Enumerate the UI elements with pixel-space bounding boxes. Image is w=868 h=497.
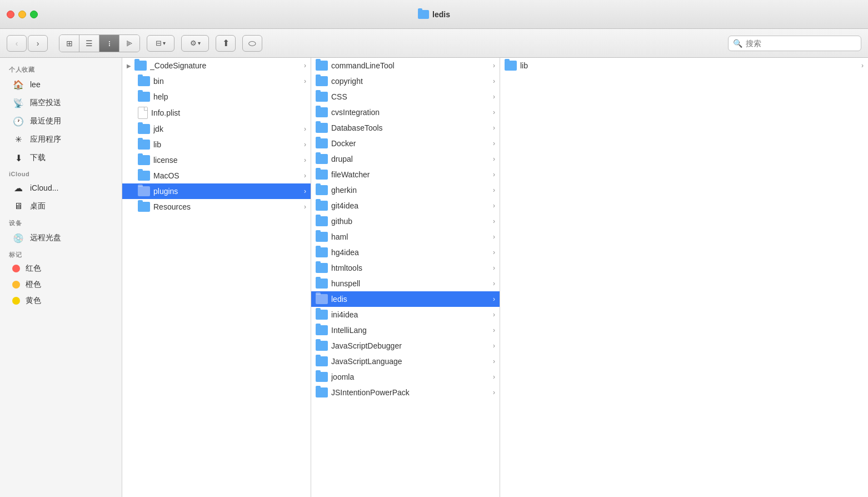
sidebar-item-remote-disk[interactable]: 💿 远程光盘	[3, 229, 118, 247]
sidebar-item-airdrop[interactable]: 📡 隔空投送	[3, 94, 118, 112]
tag-icon: ⬭	[248, 38, 256, 48]
list-item[interactable]: gherkin ›	[311, 182, 500, 198]
sidebar-item-orange[interactable]: 橙色	[3, 277, 118, 292]
list-item[interactable]: CSS ›	[311, 89, 500, 105]
list-item[interactable]: lib ›	[500, 58, 868, 73]
downloads-icon: ⬇	[12, 152, 24, 164]
sidebar-item-applications[interactable]: ✳ 应用程序	[3, 131, 118, 148]
item-label: _CodeSignature	[150, 61, 301, 70]
view-gallery-button[interactable]: ⫸	[119, 35, 139, 52]
window-title: ledis	[418, 10, 450, 19]
forward-button[interactable]: ›	[28, 35, 48, 52]
list-item-selected[interactable]: ledis ›	[311, 291, 500, 307]
list-item[interactable]: drupal ›	[311, 151, 500, 167]
search-bar[interactable]: 🔍	[728, 36, 861, 51]
tag-button[interactable]: ⬭	[242, 35, 262, 52]
settings-button[interactable]: ⚙ ▾	[181, 35, 209, 52]
folder-icon	[505, 61, 517, 71]
list-item[interactable]: bin ›	[122, 73, 311, 89]
list-item[interactable]: htmltools ›	[311, 260, 500, 276]
view-icon-button[interactable]: ⊞	[59, 35, 79, 52]
sidebar-item-label: 应用程序	[30, 135, 61, 145]
list-item[interactable]: JavaScriptLanguage ›	[311, 354, 500, 369]
item-label: haml	[331, 232, 490, 241]
icloud-label: iCloud	[0, 167, 122, 178]
share-icon: ⬆	[222, 38, 230, 48]
list-item[interactable]: jdk ›	[122, 121, 311, 137]
minimize-button[interactable]	[18, 11, 26, 18]
item-label: Resources	[153, 202, 301, 211]
red-tag-dot	[12, 265, 20, 272]
sidebar-item-yellow[interactable]: 黄色	[3, 293, 118, 309]
folder-icon	[138, 76, 150, 86]
sidebar-item-recent[interactable]: 🕐 最近使用	[3, 112, 118, 130]
item-label: help	[153, 92, 306, 101]
sidebar-item-red[interactable]: 红色	[3, 261, 118, 276]
column-icon: ⫶	[107, 39, 111, 48]
list-item[interactable]: hg4idea ›	[311, 245, 500, 260]
list-item[interactable]: cvsIntegration ›	[311, 105, 500, 120]
list-item[interactable]: ini4idea ›	[311, 307, 500, 322]
sidebar-item-desktop[interactable]: 🖥 桌面	[3, 197, 118, 215]
item-label: cvsIntegration	[331, 108, 490, 117]
list-item[interactable]: copyright ›	[311, 73, 500, 89]
list-item[interactable]: git4idea ›	[311, 198, 500, 213]
item-label: JavaScriptDebugger	[331, 341, 490, 350]
forward-icon: ›	[37, 39, 39, 48]
sidebar-item-icloud[interactable]: ☁ iCloud...	[3, 179, 118, 197]
sidebar-item-downloads[interactable]: ⬇ 下载	[3, 149, 118, 167]
arrange-icon: ⊟	[156, 39, 162, 47]
close-button[interactable]	[7, 11, 14, 18]
chevron-right-icon: ›	[493, 93, 495, 101]
toolbar: ‹ › ⊞ ☰ ⫶ ⫸ ⊟ ▾ ⚙ ▾ ⬆ ⬭ 🔍	[0, 29, 868, 58]
sidebar-item-label: 最近使用	[30, 116, 61, 126]
share-button[interactable]: ⬆	[216, 35, 236, 52]
applications-icon: ✳	[12, 133, 24, 146]
view-column-button[interactable]: ⫶	[99, 35, 119, 52]
folder-icon-selected	[138, 186, 150, 196]
chevron-right-icon: ›	[493, 295, 495, 303]
list-item[interactable]: Info.plist	[122, 105, 311, 121]
list-item[interactable]: license ›	[122, 152, 311, 168]
list-item[interactable]: haml ›	[311, 229, 500, 245]
item-label: MacOS	[153, 171, 301, 180]
folder-icon	[138, 124, 150, 134]
list-item[interactable]: help	[122, 89, 311, 105]
list-item[interactable]: DatabaseTools ›	[311, 120, 500, 136]
folder-icon	[138, 202, 150, 212]
item-label: Docker	[331, 139, 490, 148]
chevron-right-icon: ›	[493, 326, 495, 334]
list-item[interactable]: JSIntentionPowerPack ›	[311, 385, 500, 400]
list-item[interactable]: lib ›	[122, 137, 311, 152]
view-list-button[interactable]: ☰	[79, 35, 99, 52]
search-input[interactable]	[746, 39, 856, 48]
list-item[interactable]: github ›	[311, 213, 500, 229]
list-item[interactable]: MacOS ›	[122, 168, 311, 183]
sidebar-item-label: 红色	[26, 264, 41, 274]
nav-buttons: ‹ ›	[7, 35, 48, 52]
list-item[interactable]: commandLineTool ›	[311, 58, 500, 73]
column-1: ▶ _CodeSignature › bin › help Info.plist	[122, 58, 311, 497]
folder-icon	[316, 138, 328, 148]
list-item[interactable]: hunspell ›	[311, 276, 500, 291]
back-button[interactable]: ‹	[7, 35, 27, 52]
back-icon: ‹	[16, 39, 18, 48]
columns-area: ▶ _CodeSignature › bin › help Info.plist	[122, 58, 868, 497]
maximize-button[interactable]	[30, 11, 38, 18]
arrange-button[interactable]: ⊟ ▾	[147, 35, 174, 52]
list-item[interactable]: JavaScriptDebugger ›	[311, 338, 500, 354]
sidebar-item-label: 橙色	[26, 280, 41, 290]
view-buttons: ⊞ ☰ ⫶ ⫸	[59, 34, 140, 52]
list-icon: ☰	[86, 39, 93, 48]
list-item[interactable]: fileWatcher ›	[311, 167, 500, 182]
list-item[interactable]: IntelliLang ›	[311, 322, 500, 338]
list-item-selected[interactable]: plugins ›	[122, 183, 311, 199]
chevron-right-icon: ›	[493, 155, 495, 163]
grid-icon: ⊞	[66, 39, 73, 48]
sidebar-item-lee[interactable]: 🏠 lee	[3, 76, 118, 93]
list-item[interactable]: Resources ›	[122, 199, 311, 215]
chevron-right-icon: ›	[493, 280, 495, 287]
list-item[interactable]: joomla ›	[311, 369, 500, 385]
list-item[interactable]: ▶ _CodeSignature ›	[122, 58, 311, 73]
list-item[interactable]: Docker ›	[311, 136, 500, 151]
